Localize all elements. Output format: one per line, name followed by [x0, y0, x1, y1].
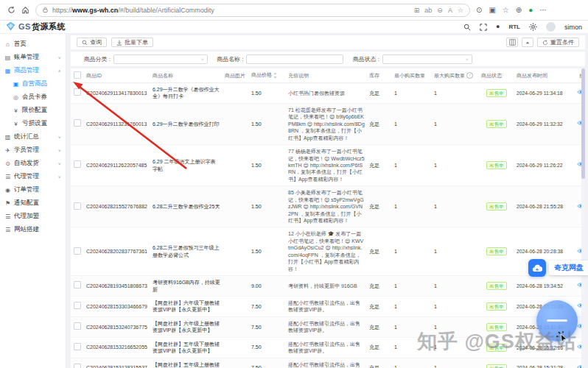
address-bar[interactable]: https://www.gs-wh.cn/#/build/table/Artif…	[35, 4, 470, 17]
rtl-toggle[interactable]: RTL	[508, 24, 520, 30]
theme-toggle-icon[interactable]: ●	[496, 24, 500, 30]
user-avatar[interactable]	[546, 22, 556, 32]
fullscreen-icon[interactable]	[480, 24, 487, 31]
table-row[interactable]: C20240628193451808673 考研资料916GB内存，持续更新 9…	[71, 276, 585, 297]
status-filter-label: 商品状态 :	[352, 55, 379, 63]
name-filter-label: 商品名称 :	[217, 55, 243, 63]
product-price-cell: 1.50	[249, 103, 286, 144]
reset-conditions-button[interactable]: 重置条件	[537, 38, 579, 47]
publish-time-cell: 2024-06-29 11:34:18	[514, 83, 572, 104]
status-badge: 出售中	[486, 302, 507, 311]
table-row[interactable]: C20240628215527676882 6.28二升三数学暑假作业25天 1…	[71, 186, 585, 227]
row-checkbox[interactable]	[74, 119, 81, 127]
sidebar-item-auto-ship[interactable]: ⊙ 自动发货 ∨	[0, 157, 66, 170]
sidebar-item-price-limit[interactable]: ¥ 限价配置	[0, 104, 66, 117]
table-row[interactable]: C20240628202837767361 6.28二升三暑假预习三年级上册数学…	[71, 227, 585, 276]
sidebar-item-site-build[interactable]: ☰ 网站搭建	[0, 223, 66, 236]
extension-refresh-icon[interactable]: ⊙	[476, 6, 482, 14]
sidebar-item-order[interactable]: ◉ 订单管理	[0, 183, 66, 197]
status-select[interactable]: ∨	[382, 54, 472, 64]
browser-menu-icon[interactable]: ⋯	[539, 6, 547, 14]
key-icon[interactable]: ⊞	[414, 7, 420, 14]
sidebar-item-goods[interactable]: ▦ 商品管理 ∧	[0, 64, 66, 77]
table-row[interactable]: C20240629113231760013 6.29一升二数学暑假作业打印 1.…	[71, 103, 585, 144]
translate-icon[interactable]: ab	[424, 7, 432, 14]
cloud-icon[interactable]	[528, 259, 546, 277]
row-checkbox[interactable]	[74, 247, 81, 255]
row-checkbox[interactable]	[74, 302, 81, 309]
brand[interactable]: GS货源系统	[6, 21, 66, 34]
sidebar-item-loss-config[interactable]: ¥ 亏损设置	[0, 117, 66, 130]
netdisk-label[interactable]: 奇克网盘	[549, 261, 588, 275]
sidebar-item-label: 自营商品	[22, 79, 47, 88]
category-select[interactable]: ∨	[113, 54, 208, 64]
chevron-icon: ∨	[58, 148, 61, 152]
name-filter-input[interactable]	[246, 54, 343, 64]
product-price-cell: 7.50	[249, 296, 286, 316]
table-scrollbar[interactable]	[581, 68, 585, 368]
select-all-checkbox[interactable]	[74, 71, 81, 79]
table-row[interactable]: C20240628153216652055 【网盘社群】五年级下册教辅资源VIP…	[71, 337, 585, 358]
sidebar-item-stats[interactable]: ▥ 统计汇总 ∨	[0, 130, 66, 144]
max-qty-cell: 1	[432, 276, 479, 297]
sidebar-item-notify[interactable]: ⚑ 通知配置	[0, 197, 66, 210]
extension-green-icon[interactable]: ●	[528, 6, 533, 14]
member-card-icon: ◎	[13, 94, 19, 101]
status-badge: 出售中	[486, 89, 507, 97]
row-checkbox[interactable]	[74, 202, 81, 210]
row-checkbox[interactable]	[74, 364, 81, 368]
row-checkbox[interactable]	[74, 343, 81, 350]
read-aloud-icon[interactable]: A	[448, 7, 452, 14]
table-row[interactable]: C20240628153303466679 【网盘社群】六年级下册教辅资源VIP…	[71, 296, 585, 316]
recharge-desc-cell: 12 小小在职老师 🎓 发布了一篇小红书笔记，快来看吧！😊 KWVtmGdAyO…	[286, 227, 367, 276]
row-checkbox[interactable]	[74, 322, 81, 330]
sidebar-item-self-goods[interactable]: ▣ 自营商品	[0, 77, 66, 91]
query-button[interactable]: 查询	[77, 38, 107, 47]
publish-time-cell: 2024-06-29 11:26:22	[514, 145, 572, 186]
row-checkbox[interactable]	[74, 88, 81, 96]
batch-order-button[interactable]: 批量下单	[111, 38, 153, 47]
reload-icon[interactable]	[7, 6, 15, 14]
sidebar-nav: ⌂ 首页 ▤ 账单管理 ∨ ▦ 商品管理 ∧ ▣ 自营商品 ◎ 会员卡券 ¥ 限…	[0, 34, 66, 368]
row-checkbox[interactable]	[74, 160, 81, 168]
split-screen-icon[interactable]: ▣	[489, 6, 495, 14]
product-id-cell: C20240628153216652055	[84, 337, 150, 358]
agent-icon: ☰	[4, 174, 11, 180]
sidebar-item-agent-join[interactable]: ☰ 代理加盟	[0, 210, 66, 223]
netdisk-float-widget[interactable]: 奇克网盘	[528, 259, 588, 277]
sidebar-item-member-card[interactable]: ◎ 会员卡券	[0, 91, 66, 104]
col-header-product-price[interactable]: 商品价格	[249, 68, 286, 83]
settings-gear-icon[interactable]	[529, 23, 537, 31]
table-row[interactable]: C20240628153240736775 【网盘社群】六年级上册教辅资源VIP…	[71, 316, 585, 337]
username[interactable]: simon	[564, 24, 582, 31]
sidebar-item-label: 商品管理	[14, 66, 39, 75]
favorite-star-icon[interactable]: ☆	[458, 7, 463, 14]
home-icon[interactable]	[21, 6, 29, 14]
sort-carets-icon[interactable]	[273, 72, 277, 79]
favorites-icon[interactable]: ☆	[503, 6, 509, 14]
scrollbar-thumb[interactable]	[581, 68, 585, 179]
row-checkbox[interactable]	[74, 281, 81, 289]
floating-ball[interactable]	[536, 300, 578, 342]
col-header-product-image: 商品图片	[223, 68, 249, 83]
product-id-cell: C20240628153240736775	[84, 316, 150, 337]
sidebar-item-bill[interactable]: ▤ 账单管理 ∨	[0, 51, 66, 64]
table-row[interactable]: C20240629113417830013 6.29一升二数学《暑假作业大全》每…	[71, 83, 585, 104]
sidebar-item-student[interactable]: ✈ 学员管理 ∨	[0, 144, 66, 157]
info-icon[interactable]: i	[466, 72, 473, 79]
table-row[interactable]: C20240628153128315537 【网盘社群】五年级上册教辅资源VIP…	[71, 358, 585, 368]
recharge-desc-cell: 考研资料，持续更新中 916GB	[286, 276, 367, 297]
sidebar-item-label: 首页	[14, 40, 27, 49]
stock-cell: 充足	[367, 103, 392, 144]
browser-toolbar: https://www.gs-wh.cn/#/build/table/Artif…	[0, 0, 588, 21]
column-settings-button[interactable]	[506, 38, 518, 47]
sidebar-item-agent[interactable]: ☰ 代理管理 ∨	[0, 170, 66, 183]
status-badge: 出售中	[486, 120, 507, 128]
extension-icon[interactable]: ⊕	[516, 6, 522, 14]
zoom-out-icon[interactable]: ⊖	[437, 7, 443, 14]
collapse-button[interactable]	[522, 38, 533, 47]
bill-icon: ▤	[4, 54, 11, 61]
header-search-icon[interactable]	[463, 24, 471, 31]
table-row[interactable]: C20240629112622057485 6.29 二年级语文上册识字表字帖 …	[71, 145, 585, 186]
sidebar-item-home[interactable]: ⌂ 首页	[0, 38, 66, 51]
